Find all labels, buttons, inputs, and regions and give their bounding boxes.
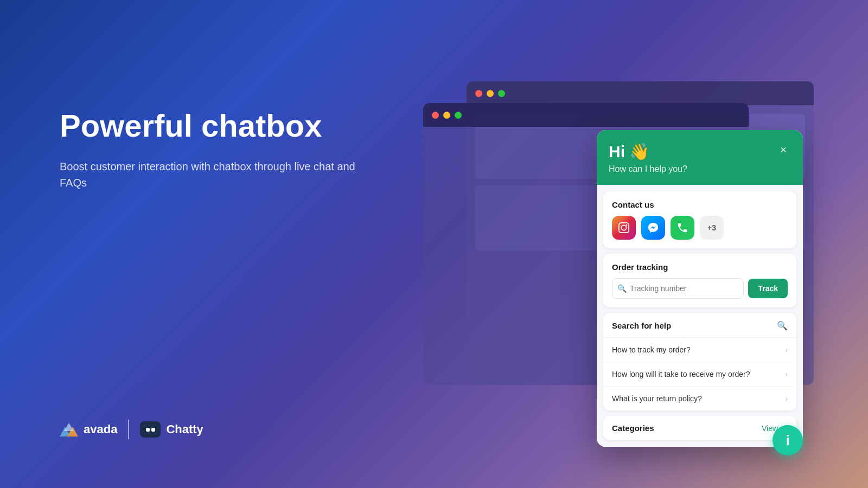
instagram-icon: [618, 222, 630, 234]
track-button[interactable]: Track: [748, 279, 788, 298]
search-help-title: Search for help: [612, 321, 671, 330]
svg-point-6: [626, 224, 628, 226]
order-tracking-title: Order tracking: [612, 262, 788, 272]
main-dot-green: [455, 112, 462, 119]
svg-point-5: [621, 225, 626, 230]
faq-item-2[interactable]: How long will it take to receive my orde…: [603, 362, 796, 387]
search-help-icon: 🔍: [777, 320, 788, 331]
chat-widget: Hi 👋 × How can I help you? Contact us: [597, 130, 803, 447]
avada-icon: [60, 421, 78, 438]
faq-chevron-2: ›: [785, 370, 788, 378]
close-button[interactable]: ×: [776, 142, 791, 157]
svg-marker-3: [64, 423, 74, 431]
chat-header: Hi 👋 × How can I help you?: [597, 130, 803, 185]
phone-button[interactable]: [671, 216, 694, 240]
messenger-button[interactable]: [641, 216, 665, 240]
sub-heading: Boost customer interaction with chatbox …: [60, 158, 363, 191]
faq-item-1[interactable]: How to track my order? ›: [603, 338, 796, 362]
dot-yellow: [487, 90, 494, 97]
bubble-dot-2: [151, 428, 155, 432]
tracking-row: 🔍 Track: [612, 278, 788, 299]
tracking-number-input[interactable]: [612, 278, 744, 299]
floating-info-button[interactable]: i: [773, 425, 803, 455]
chat-header-top: Hi 👋 ×: [609, 142, 791, 161]
instagram-button[interactable]: [612, 216, 636, 240]
main-dot-yellow: [443, 112, 450, 119]
faq-text-3: What is your return policy?: [612, 394, 702, 403]
phone-icon: [676, 222, 688, 234]
search-help-header: Search for help 🔍: [603, 313, 796, 338]
contact-icons: +3: [612, 216, 788, 240]
chatty-logo: Chatty: [140, 421, 203, 438]
dot-green: [498, 90, 505, 97]
faq-chevron-3: ›: [785, 394, 788, 403]
logo-area: avada Chatty: [60, 420, 203, 439]
browser-bg-titlebar: [467, 81, 814, 105]
tracking-search-icon: 🔍: [617, 284, 627, 293]
tracking-input-wrap: 🔍: [612, 278, 744, 299]
search-help-card: Search for help 🔍 How to track my order?…: [603, 313, 796, 410]
chat-body: Contact us: [597, 185, 803, 447]
faq-text-1: How to track my order?: [612, 345, 691, 354]
contact-card: Contact us: [603, 191, 796, 248]
avada-text: avada: [84, 422, 117, 436]
faq-chevron-1: ›: [785, 345, 788, 354]
chat-subgreeting: How can I help you?: [609, 164, 791, 174]
bubble-dot-1: [146, 428, 150, 432]
faq-item-3[interactable]: What is your return policy? ›: [603, 387, 796, 410]
avada-logo-icon: [60, 421, 78, 438]
order-tracking-card: Order tracking 🔍 Track: [603, 254, 796, 307]
messenger-icon: [647, 222, 659, 234]
chat-greeting: Hi 👋: [609, 142, 649, 161]
dot-red: [475, 90, 482, 97]
browser-main-titlebar: [423, 103, 749, 127]
svg-rect-4: [619, 223, 629, 233]
main-heading: Powerful chatbox: [60, 108, 363, 143]
main-dot-red: [432, 112, 439, 119]
categories-card: Categories View all: [603, 416, 796, 440]
chatty-bubble-icon: [140, 421, 161, 438]
more-contacts-button[interactable]: +3: [700, 216, 724, 240]
left-panel: Powerful chatbox Boost customer interact…: [60, 108, 363, 191]
categories-title: Categories: [612, 423, 654, 433]
chatty-text: Chatty: [166, 422, 203, 436]
logo-divider: [128, 420, 129, 439]
categories-header: Categories View all: [603, 416, 796, 440]
browser-area: Hi 👋 × How can I help you? Contact us: [423, 81, 814, 385]
avada-logo: avada: [60, 421, 117, 438]
faq-text-2: How long will it take to receive my orde…: [612, 370, 750, 378]
contact-card-title: Contact us: [612, 200, 788, 209]
